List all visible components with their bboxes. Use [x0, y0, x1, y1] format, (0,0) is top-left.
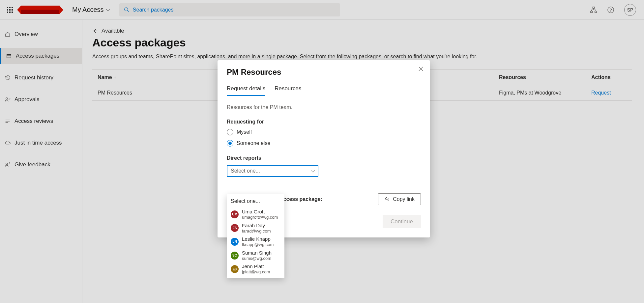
dropdown-placeholder: Select one... — [231, 168, 260, 174]
direct-reports-label: Direct reports — [227, 155, 421, 161]
radio-label: Someone else — [237, 140, 270, 146]
menu-header[interactable]: Select one... — [227, 196, 284, 207]
person-avatar: LN — [231, 238, 239, 246]
menu-item-person[interactable]: FS Farah Day farad@wg.com — [227, 221, 284, 235]
link-icon — [384, 196, 390, 202]
radio-myself[interactable]: Myself — [227, 129, 421, 135]
person-name: Uma Groft — [242, 209, 278, 215]
continue-button[interactable]: Continue — [383, 215, 421, 228]
requesting-for-label: Requesting for — [227, 119, 421, 125]
menu-item-person[interactable]: UM Uma Groft umagroft@wg.com — [227, 207, 284, 221]
radio-icon — [227, 129, 233, 135]
close-button[interactable] — [418, 66, 424, 71]
person-avatar: FS — [231, 224, 239, 232]
person-email: jplatt@wg.com — [242, 269, 270, 275]
modal-title: PM Resources — [227, 68, 421, 77]
tab-request-details[interactable]: Request details — [227, 85, 265, 96]
person-name: Jenn Platt — [242, 263, 270, 269]
menu-item-person[interactable]: SC Suman Singh sums@wg.com — [227, 249, 284, 262]
direct-reports-menu: Select one... UM Uma Groft umagroft@wg.c… — [227, 194, 284, 278]
person-name: Farah Day — [242, 223, 271, 229]
radio-someone-else[interactable]: Someone else — [227, 140, 421, 147]
person-email: sums@wg.com — [242, 256, 272, 261]
person-avatar: E3 — [231, 265, 239, 273]
dropdown-toggle[interactable] — [308, 166, 318, 176]
radio-checked-icon — [227, 140, 233, 147]
chevron-down-icon — [311, 168, 315, 173]
direct-reports-dropdown[interactable]: Select one... — [227, 165, 318, 177]
modal-description: Resources for the PM team. — [227, 104, 421, 110]
person-name: Leslie Knapp — [242, 236, 274, 242]
person-name: Suman Singh — [242, 250, 272, 256]
radio-label: Myself — [237, 129, 252, 135]
person-email: farad@wg.com — [242, 229, 271, 234]
menu-item-person[interactable]: LN Leslie Knapp lknapp@wg.com — [227, 235, 284, 249]
close-icon — [418, 66, 424, 71]
person-email: lknapp@wg.com — [242, 242, 274, 247]
copy-link-label: Copy link — [393, 196, 415, 202]
menu-item-person[interactable]: E3 Jenn Platt jplatt@wg.com — [227, 262, 284, 276]
modal-tabs: Request details Resources — [227, 85, 421, 96]
person-email: umagroft@wg.com — [242, 215, 278, 220]
copy-link-button[interactable]: Copy link — [378, 193, 421, 205]
person-avatar: SC — [231, 252, 239, 260]
tab-resources[interactable]: Resources — [275, 85, 301, 96]
person-avatar: UM — [231, 210, 239, 218]
